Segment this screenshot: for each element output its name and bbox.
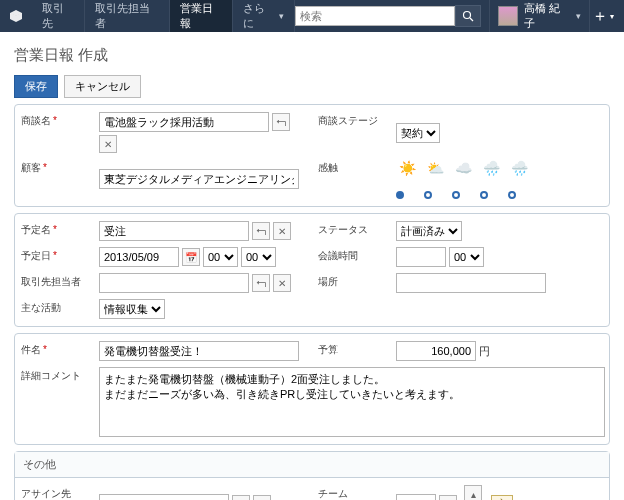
save-button[interactable]: 保存 [14, 75, 58, 98]
radio-partly[interactable] [424, 191, 432, 199]
lookup-icon[interactable]: ⮢ [232, 495, 250, 500]
plus-icon: ＋ [592, 6, 608, 27]
weather-sunny-icon[interactable]: ☀️ [396, 159, 418, 177]
label-negotiation-name: 商談名* [15, 109, 95, 156]
clear-icon[interactable]: ✕ [99, 135, 117, 153]
weather-rain-icon[interactable]: 🌧️ [480, 159, 502, 177]
customer-input[interactable] [99, 169, 299, 189]
cancel-button[interactable]: キャンセル [64, 75, 141, 98]
contact-input[interactable] [99, 273, 249, 293]
team-box[interactable] [396, 494, 436, 500]
global-search [295, 5, 481, 27]
main-badge: 主 [491, 495, 513, 500]
tab-sales-report[interactable]: 営業日報 [170, 0, 234, 32]
chevron-down-icon: ▾ [610, 12, 614, 21]
nav-tabs: 取引先 取引先担当者 営業日報 さらに▾ [32, 0, 296, 32]
hour-select[interactable]: 00 [203, 247, 238, 267]
search-icon [462, 10, 474, 22]
page-title: 営業日報 作成 [14, 46, 610, 65]
username: 高橋 紀子 [524, 1, 570, 31]
avatar [498, 6, 518, 26]
label-main-activity: 主な活動 [15, 296, 95, 322]
panel-other: その他 アサイン先 ⮢ ✕ チーム + [14, 451, 610, 500]
comment-textarea[interactable]: またまた発電機切替盤（機械連動子）2面受注しました。 まだまだニーズが多い為、引… [99, 367, 605, 437]
clear-icon[interactable]: ✕ [273, 274, 291, 292]
panel-opportunity: 商談名* ⮢ ✕ 商談ステージ 契約 顧客* 感触 ☀️ [14, 104, 610, 207]
tab-accounts[interactable]: 取引先 [32, 0, 85, 32]
label-comment: 詳細コメント [15, 364, 95, 440]
calendar-icon[interactable]: 📅 [182, 248, 200, 266]
budget-input[interactable] [396, 341, 476, 361]
assign-input[interactable] [99, 494, 229, 500]
status-select[interactable]: 計画済み [396, 221, 462, 241]
plan-date-input[interactable] [99, 247, 179, 267]
stage-select[interactable]: 契約 [396, 123, 440, 143]
label-meeting-time: 会議時間 [312, 244, 392, 270]
tab-more[interactable]: さらに▾ [233, 0, 295, 32]
chevron-down-icon: ▾ [576, 11, 581, 21]
label-status: ステータス [312, 218, 392, 244]
svg-line-1 [470, 18, 473, 21]
yen-label: 円 [479, 344, 490, 359]
app-logo-icon [8, 8, 24, 24]
radio-storm[interactable] [508, 191, 516, 199]
meeting-time-input[interactable] [396, 247, 446, 267]
weather-cloudy-icon[interactable]: ☁️ [452, 159, 474, 177]
main-activity-select[interactable]: 情報収集 [99, 299, 165, 319]
label-place: 場所 [312, 270, 392, 296]
tab-more-label: さらに [243, 1, 275, 31]
search-input[interactable] [295, 6, 455, 26]
radio-rain[interactable] [480, 191, 488, 199]
chevron-down-icon: ▾ [279, 11, 284, 21]
panel-schedule: 予定名* ⮢ ✕ ステータス 計画済み 予定日* 📅 00 00 [14, 213, 610, 327]
panel-detail: 件名* 予算 円 詳細コメント またまた発電機切替盤（機械連動子）2面受注しまし… [14, 333, 610, 445]
user-menu[interactable]: 高橋 紀子 ▾ [489, 0, 588, 32]
lookup-icon[interactable]: ⮢ [272, 113, 290, 131]
label-feeling: 感触 [312, 156, 392, 202]
lookup-icon[interactable]: ⮢ [252, 274, 270, 292]
feeling-options: ☀️ ⛅ ☁️ 🌧️ 🌧️ [392, 156, 609, 202]
plan-name-input[interactable] [99, 221, 249, 241]
svg-point-0 [464, 12, 471, 19]
lookup-icon[interactable]: ⮢ [252, 222, 270, 240]
label-plan-date: 予定日* [15, 244, 95, 270]
other-header: その他 [15, 452, 609, 478]
label-stage: 商談ステージ [312, 109, 392, 156]
radio-sunny[interactable] [396, 191, 404, 199]
radio-cloudy[interactable] [452, 191, 460, 199]
negotiation-name-input[interactable] [99, 112, 269, 132]
team-add-icon[interactable]: + [439, 495, 457, 500]
topbar: 取引先 取引先担当者 営業日報 さらに▾ 高橋 紀子 ▾ ＋ ▾ [0, 0, 624, 32]
clear-icon[interactable]: ✕ [273, 222, 291, 240]
tab-contacts[interactable]: 取引先担当者 [85, 0, 170, 32]
label-contact: 取引先担当者 [15, 270, 95, 296]
label-plan-name: 予定名* [15, 218, 95, 244]
clear-icon[interactable]: ✕ [253, 495, 271, 500]
team-up-icon[interactable]: ▴ [464, 485, 482, 500]
meeting-hour-select[interactable]: 00 [449, 247, 484, 267]
label-team: チーム [312, 482, 392, 500]
label-budget: 予算 [312, 338, 392, 364]
weather-partly-icon[interactable]: ⛅ [424, 159, 446, 177]
label-assign: アサイン先 [15, 482, 95, 500]
minute-select[interactable]: 00 [241, 247, 276, 267]
label-subject: 件名* [15, 338, 95, 364]
create-button[interactable]: ＋ ▾ [589, 0, 616, 32]
label-customer: 顧客* [15, 156, 95, 202]
subject-input[interactable] [99, 341, 299, 361]
place-input[interactable] [396, 273, 546, 293]
search-button[interactable] [455, 5, 481, 27]
weather-storm-icon[interactable]: 🌧️ [508, 159, 530, 177]
